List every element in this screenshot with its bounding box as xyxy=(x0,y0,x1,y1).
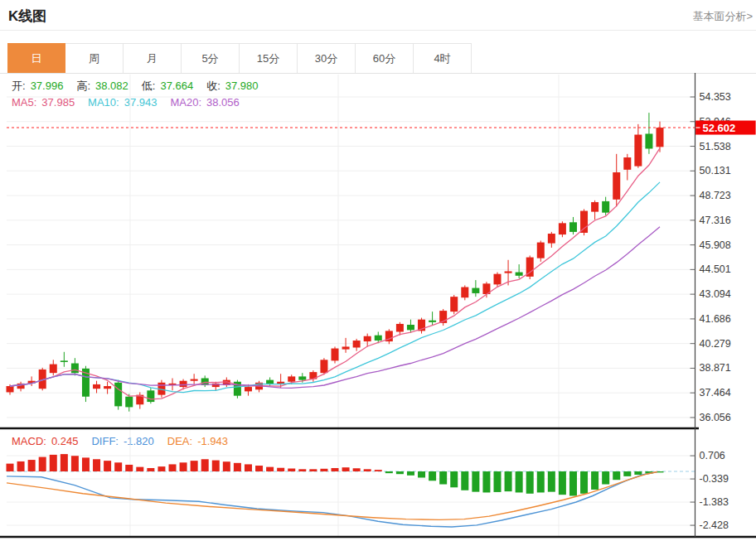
macd-bar xyxy=(191,461,198,471)
macd-bar xyxy=(516,471,523,492)
candle-body xyxy=(245,387,252,391)
macd-bar xyxy=(505,471,512,491)
candle-body xyxy=(645,133,652,148)
chart-canvas: 54.35352.94651.53850.13148.72347.31645.9… xyxy=(0,0,756,541)
candle-body xyxy=(342,346,350,349)
axis-tick-label: -0.339 xyxy=(700,473,729,485)
axis-tick-label: -1.383 xyxy=(700,496,729,508)
candle-body xyxy=(353,341,361,347)
candle-body xyxy=(634,135,642,167)
candle-body xyxy=(613,172,620,200)
macd-bar xyxy=(396,471,404,474)
macd-bar xyxy=(375,470,382,471)
axis-tick-label: 36.056 xyxy=(700,412,731,423)
axis-tick-label: 48.723 xyxy=(700,190,731,201)
candle-body xyxy=(93,384,100,389)
axis-tick-label: 41.686 xyxy=(700,313,731,325)
axis-tick-label: 43.094 xyxy=(700,288,731,300)
candle-body xyxy=(516,273,523,276)
candle-body xyxy=(147,390,154,402)
candle-body xyxy=(537,243,545,258)
macd-layer xyxy=(7,454,695,527)
macd-bar xyxy=(602,471,609,485)
candle-body xyxy=(7,386,14,392)
macd-bar xyxy=(82,457,90,471)
candle-body xyxy=(61,360,68,362)
macd-bar xyxy=(234,463,241,471)
macd-bar xyxy=(147,468,154,471)
candle-body xyxy=(125,397,133,408)
ma20-line xyxy=(10,227,660,389)
macd-bar xyxy=(39,457,46,471)
candle-body xyxy=(505,272,512,273)
macd-bar xyxy=(548,471,555,492)
macd-bar xyxy=(482,471,490,492)
candle-body xyxy=(591,202,598,212)
macd-bar xyxy=(559,471,566,495)
macd-bar xyxy=(17,461,25,471)
axis-tick-label: 37.464 xyxy=(700,387,731,399)
macd-bar xyxy=(169,464,177,471)
axis-tick-label: 54.353 xyxy=(700,91,731,103)
macd-bar xyxy=(223,461,230,471)
candle-body xyxy=(375,336,382,341)
macd-bar xyxy=(429,471,436,481)
candle-body xyxy=(559,223,566,234)
macd-bar xyxy=(418,471,425,478)
candle-body xyxy=(461,287,468,298)
candle-body xyxy=(104,386,111,389)
candle-body xyxy=(494,274,502,285)
macd-bar xyxy=(125,465,133,471)
candle-body xyxy=(472,288,479,293)
macd-bar xyxy=(288,469,295,471)
macd-bar xyxy=(180,462,187,471)
candle-body xyxy=(191,379,198,381)
macd-bar xyxy=(309,469,317,471)
macd-bar xyxy=(104,461,111,471)
candle-body xyxy=(332,349,339,361)
candle-body xyxy=(429,321,436,322)
axis-tick-label: -2.428 xyxy=(700,519,729,531)
axes-layer: 54.35352.94651.53850.13148.72347.31645.9… xyxy=(0,73,756,537)
candle-body xyxy=(320,360,327,373)
axis-tick-label: 50.131 xyxy=(700,165,731,176)
axis-tick-label: 45.908 xyxy=(700,239,731,251)
macd-bar xyxy=(136,467,143,471)
macd-bar xyxy=(212,461,220,471)
candle-body xyxy=(180,381,187,387)
axis-tick-label: 0.706 xyxy=(700,450,725,461)
candle-body xyxy=(602,201,609,213)
macd-bar xyxy=(472,471,479,492)
last-price-badge: 52.602 xyxy=(695,121,756,135)
candle-body xyxy=(298,376,306,379)
macd-bar xyxy=(114,462,122,471)
macd-bar xyxy=(591,471,598,490)
axis-tick-label: 40.279 xyxy=(700,338,731,350)
macd-bar xyxy=(526,471,534,494)
macd-bar xyxy=(494,471,502,492)
macd-bar xyxy=(298,469,306,471)
kline-app: K线图 基本面分析> 日周月5分15分30分60分4时 开:37.996高:38… xyxy=(0,0,756,541)
macd-bar xyxy=(61,454,68,471)
candle-body xyxy=(407,325,414,330)
candle-body xyxy=(71,364,79,374)
macd-bar xyxy=(353,468,361,471)
candle-body xyxy=(580,211,588,233)
candle-body xyxy=(450,297,458,312)
macd-bar xyxy=(569,471,577,495)
macd-bar xyxy=(332,468,339,471)
candle-body xyxy=(548,234,555,244)
macd-bar xyxy=(201,459,209,471)
candle-body xyxy=(288,376,295,381)
macd-bar xyxy=(407,471,414,476)
macd-bar xyxy=(71,456,79,471)
macd-bar xyxy=(50,455,57,471)
macd-bar xyxy=(580,471,588,494)
macd-bar xyxy=(320,469,327,471)
macd-bar xyxy=(385,471,393,473)
macd-bar xyxy=(266,467,274,471)
axis-tick-label: 38.871 xyxy=(700,362,731,374)
axis-tick-label: 44.501 xyxy=(700,263,731,275)
macd-bar xyxy=(158,466,165,471)
macd-bar xyxy=(28,460,36,471)
